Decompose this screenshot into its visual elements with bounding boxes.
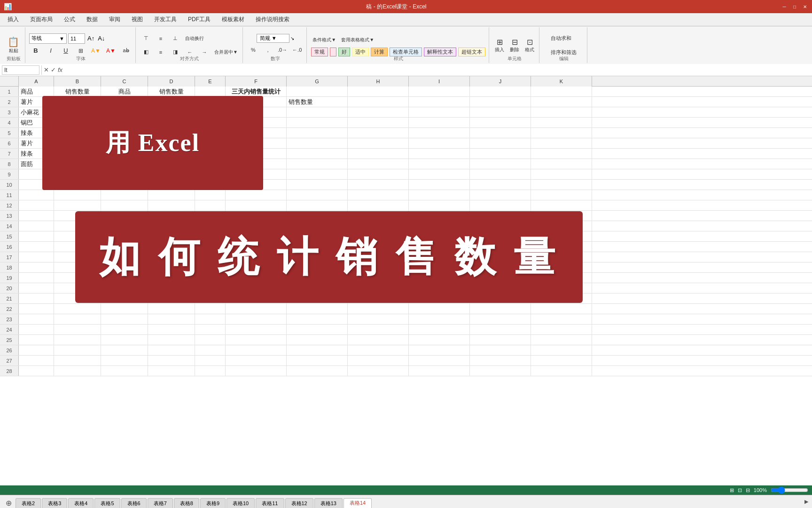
cell-j7[interactable] — [470, 149, 531, 159]
cell-f14[interactable] — [226, 221, 287, 231]
cell-g8[interactable] — [287, 159, 348, 169]
cell-c10[interactable] — [101, 180, 148, 190]
cell-k22[interactable] — [531, 304, 592, 314]
cell-h21[interactable] — [348, 294, 409, 303]
cell-k10[interactable] — [531, 180, 592, 190]
cell-g20[interactable] — [287, 283, 348, 293]
cell-b25[interactable] — [54, 335, 101, 345]
col-header-b[interactable]: B — [54, 76, 101, 87]
cell-j15[interactable] — [470, 231, 531, 241]
cell-h7[interactable] — [348, 149, 409, 159]
cell-a4[interactable]: 锅巴 — [19, 118, 54, 127]
cell-j22[interactable] — [470, 304, 531, 314]
cell-g12[interactable] — [287, 200, 348, 210]
cell-b9[interactable] — [54, 169, 101, 179]
cell-a13[interactable] — [19, 211, 54, 221]
cell-g15[interactable] — [287, 231, 348, 241]
cell-i17[interactable] — [409, 252, 470, 262]
cell-j10[interactable] — [470, 180, 531, 190]
cell-c20[interactable] — [101, 283, 148, 293]
cell-c18[interactable] — [101, 262, 148, 272]
cell-f12[interactable] — [226, 200, 287, 210]
cell-c6[interactable] — [101, 138, 148, 148]
cell-i10[interactable] — [409, 180, 470, 190]
cell-h2[interactable] — [348, 97, 409, 107]
sheet-tab-9[interactable]: 表格9 — [200, 498, 226, 508]
cell-i2[interactable] — [409, 97, 470, 107]
cell-c14[interactable] — [101, 221, 148, 231]
cell-e12[interactable] — [195, 200, 226, 210]
sheet-tab-3[interactable]: 表格3 — [42, 498, 67, 508]
cell-a24[interactable] — [19, 325, 54, 334]
cell-e4[interactable] — [195, 118, 226, 127]
cell-b7[interactable]: 65 — [54, 149, 101, 159]
cell-j14[interactable] — [470, 221, 531, 231]
cell-b20[interactable] — [54, 283, 101, 293]
cell-d21[interactable] — [148, 294, 195, 303]
cell-c15[interactable] — [101, 231, 148, 241]
cell-a9[interactable] — [19, 169, 54, 179]
cell-e16[interactable] — [195, 242, 226, 252]
auto-sum-button[interactable]: 自动求和 — [549, 32, 573, 45]
cell-i14[interactable] — [409, 221, 470, 231]
cell-c17[interactable] — [101, 252, 148, 262]
sheet-tab-4[interactable]: 表格4 — [68, 498, 94, 508]
col-header-e[interactable]: E — [195, 76, 226, 87]
cell-h12[interactable] — [348, 200, 409, 210]
cell-j28[interactable] — [470, 366, 531, 376]
cell-g24[interactable] — [287, 325, 348, 334]
cell-c25[interactable] — [101, 335, 148, 345]
col-header-k[interactable]: K — [531, 76, 592, 87]
cell-c19[interactable] — [101, 273, 148, 283]
cell-g3[interactable] — [287, 107, 348, 117]
cell-h10[interactable] — [348, 180, 409, 190]
formula-input[interactable] — [64, 67, 810, 73]
cell-i24[interactable] — [409, 325, 470, 334]
cell-a26[interactable] — [19, 345, 54, 355]
cell-j1[interactable] — [470, 87, 531, 96]
cell-k13[interactable] — [531, 211, 592, 221]
cell-k28[interactable] — [531, 366, 592, 376]
conditional-format-button[interactable]: 条件格式▼ — [311, 33, 338, 47]
col-header-f[interactable]: F — [226, 76, 287, 87]
close-button[interactable]: ✕ — [802, 3, 808, 10]
cell-f16[interactable] — [226, 242, 287, 252]
cell-g26[interactable] — [287, 345, 348, 355]
cell-d12[interactable] — [148, 200, 195, 210]
cell-f5[interactable] — [226, 128, 287, 138]
cell-j12[interactable] — [470, 200, 531, 210]
cell-c12[interactable] — [101, 200, 148, 210]
cell-f21[interactable] — [226, 294, 287, 303]
cell-j24[interactable] — [470, 325, 531, 334]
cell-k14[interactable] — [531, 221, 592, 231]
cell-b26[interactable] — [54, 345, 101, 355]
cell-j3[interactable] — [470, 107, 531, 117]
cell-d18[interactable] — [148, 262, 195, 272]
number-format-selector[interactable]: 简规 ▼ — [257, 34, 289, 43]
cell-d23[interactable] — [148, 314, 195, 324]
cell-k26[interactable] — [531, 345, 592, 355]
cell-e18[interactable] — [195, 262, 226, 272]
cell-e20[interactable] — [195, 283, 226, 293]
cell-h22[interactable] — [348, 304, 409, 314]
cell-k3[interactable] — [531, 107, 592, 117]
cell-d13[interactable] — [148, 211, 195, 221]
cell-j23[interactable] — [470, 314, 531, 324]
table-format-button[interactable]: 套用表格格式▼ — [339, 33, 376, 47]
cell-k20[interactable] — [531, 283, 592, 293]
cell-h28[interactable] — [348, 366, 409, 376]
cell-a1[interactable]: 商品 — [19, 87, 54, 96]
col-header-c[interactable]: C — [101, 76, 148, 87]
cell-h24[interactable] — [348, 325, 409, 334]
cell-a11[interactable] — [19, 190, 54, 200]
cell-h27[interactable] — [348, 356, 409, 365]
col-header-d[interactable]: D — [148, 76, 195, 87]
cell-h13[interactable] — [348, 211, 409, 221]
cell-j8[interactable] — [470, 159, 531, 169]
cell-e28[interactable] — [195, 366, 226, 376]
cell-e13[interactable] — [195, 211, 226, 221]
cell-e2[interactable] — [195, 97, 226, 107]
tab-data[interactable]: 数据 — [81, 13, 103, 26]
cell-h25[interactable] — [348, 335, 409, 345]
cell-i8[interactable] — [409, 159, 470, 169]
